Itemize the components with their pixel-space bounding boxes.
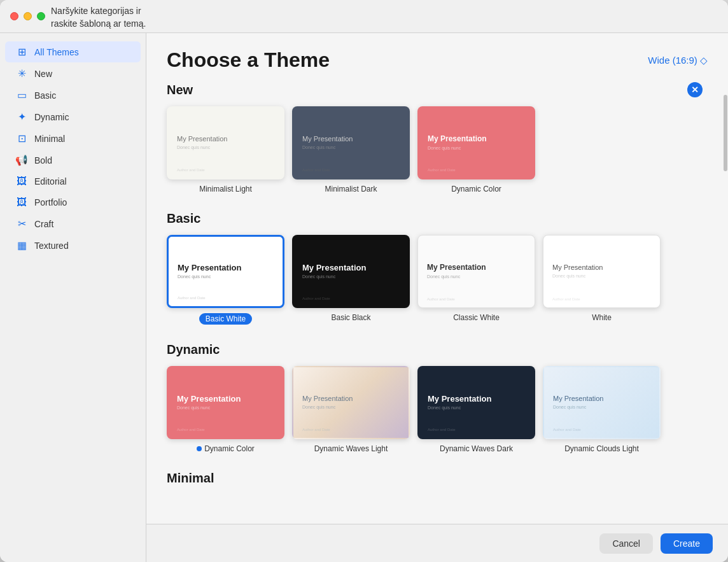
theme-dynamic-waves-dark[interactable]: My Presentation Donec quis nunc Author a… <box>417 366 535 453</box>
thumb-author: Author and Date <box>177 428 205 432</box>
sidebar-item-new[interactable]: ✳ New <box>5 63 141 84</box>
sidebar-item-editorial[interactable]: 🖼 Editorial <box>5 171 141 192</box>
thumb-subtitle: Donec quis nunc <box>177 405 210 410</box>
theme-dynamic-waves-light[interactable]: My Presentation Donec quis nunc Author a… <box>292 366 410 453</box>
theme-thumbnail-waves-dark[interactable]: My Presentation Donec quis nunc Author a… <box>417 366 535 439</box>
aspect-selector[interactable]: Wide (16:9) ◇ <box>648 55 708 66</box>
thumb-title: My Presentation <box>428 134 487 143</box>
sidebar-item-portfolio[interactable]: 🖼 Portfolio <box>5 192 141 213</box>
theme-dynamic-clouds-light[interactable]: My Presentation Donec quis nunc Author a… <box>543 366 661 453</box>
sidebar-label-new: New <box>34 69 52 79</box>
cancel-button[interactable]: Cancel <box>599 533 653 554</box>
theme-label-minimalist-dark: Minimalist Dark <box>325 185 377 193</box>
section-basic: Basic My Presentation Donec quis nunc Au… <box>167 211 703 325</box>
content-header: Choose a Theme Wide (16:9) ◇ <box>146 33 728 82</box>
sidebar-label-editorial: Editorial <box>34 176 67 186</box>
theme-thumbnail-minimalist-dark[interactable]: My Presentation Donec quis nunc Author a… <box>292 106 410 179</box>
dynamic-icon: ✦ <box>15 111 28 123</box>
selected-dot-icon <box>197 446 202 451</box>
footer: Cancel Create <box>146 524 728 562</box>
theme-thumbnail-dynamic-color-new[interactable]: My Presentation Donec quis nunc Author a… <box>417 106 535 179</box>
thumb-title: My Presentation <box>427 263 486 272</box>
scrollbar-thumb[interactable] <box>724 95 727 171</box>
main-content: ⊞ All Themes ✳ New ▭ Basic ✦ Dynamic ⊡ M… <box>0 33 728 562</box>
theme-thumbnail-basic-black[interactable]: My Presentation Donec quis nunc Author a… <box>292 235 410 308</box>
theme-white[interactable]: My Presentation Donec quis nunc Author a… <box>543 235 661 325</box>
theme-thumbnail-white[interactable]: My Presentation Donec quis nunc Author a… <box>543 235 661 308</box>
sidebar-item-all-themes[interactable]: ⊞ All Themes <box>5 41 141 62</box>
main-window: Naršykite kategorijas ir raskite šabloną… <box>0 0 728 562</box>
theme-thumbnail-dynamic-color[interactable]: My Presentation Donec quis nunc Author a… <box>167 366 284 439</box>
sidebar-item-minimal[interactable]: ⊡ Minimal <box>5 128 141 149</box>
theme-label-white: White <box>592 313 612 322</box>
thumb-author: Author and Date <box>302 428 330 432</box>
theme-label-minimalist-light: Minimalist Light <box>199 185 252 193</box>
section-minimal-header: Minimal <box>167 471 703 486</box>
close-new-section-button[interactable]: ✕ <box>687 82 703 97</box>
theme-minimalist-dark[interactable]: My Presentation Donec quis nunc Author a… <box>292 106 410 193</box>
theme-thumbnail-waves-light[interactable]: My Presentation Donec quis nunc Author a… <box>292 366 410 439</box>
thumb-subtitle: Donec quis nunc <box>302 274 335 279</box>
rectangle-icon: ▭ <box>15 89 28 101</box>
sidebar-item-basic[interactable]: ▭ Basic <box>5 85 141 106</box>
section-basic-title: Basic <box>167 211 200 226</box>
create-button[interactable]: Create <box>661 533 713 554</box>
thumb-author: Author and Date <box>178 296 206 300</box>
sidebar-label-bold: Bold <box>34 155 52 165</box>
theme-dynamic-color-new[interactable]: My Presentation Donec quis nunc Author a… <box>417 106 535 193</box>
theme-basic-white[interactable]: My Presentation Donec quis nunc Author a… <box>167 235 284 325</box>
sidebar-label-dynamic: Dynamic <box>34 112 69 122</box>
theme-thumbnail-basic-white[interactable]: My Presentation Donec quis nunc Author a… <box>167 235 284 308</box>
theme-dynamic-color[interactable]: My Presentation Donec quis nunc Author a… <box>167 366 284 453</box>
sidebar: ⊞ All Themes ✳ New ▭ Basic ✦ Dynamic ⊡ M… <box>0 33 146 562</box>
themes-scroll[interactable]: New ✕ My Presentation Donec quis nunc <box>146 82 723 524</box>
maximize-button[interactable] <box>37 12 45 20</box>
theme-basic-black[interactable]: My Presentation Donec quis nunc Author a… <box>292 235 410 325</box>
theme-label-waves-dark: Dynamic Waves Dark <box>440 444 513 453</box>
thumb-subtitle: Donec quis nunc <box>553 405 586 409</box>
thumb-subtitle: Donec quis nunc <box>428 146 461 150</box>
theme-thumbnail-classic-white[interactable]: My Presentation Donec quis nunc Author a… <box>417 235 535 308</box>
thumb-author: Author and Date <box>552 297 580 301</box>
section-new-title: New <box>167 83 193 97</box>
thumb-title: My Presentation <box>552 263 603 272</box>
thumb-title: My Presentation <box>302 135 353 143</box>
content-area: Choose a Theme Wide (16:9) ◇ New ✕ <box>146 33 728 562</box>
sidebar-label-textured: Textured <box>34 241 69 251</box>
thumb-author: Author and Date <box>428 428 456 432</box>
theme-label-classic-white: Classic White <box>453 313 500 322</box>
thumb-title: My Presentation <box>178 263 241 273</box>
sidebar-label-basic: Basic <box>34 90 56 101</box>
sidebar-item-dynamic[interactable]: ✦ Dynamic <box>5 106 141 127</box>
theme-minimalist-light[interactable]: My Presentation Donec quis nunc Author a… <box>167 106 284 193</box>
theme-label-waves-light: Dynamic Waves Light <box>314 444 388 453</box>
close-button[interactable] <box>10 12 18 20</box>
thumb-subtitle: Donec quis nunc <box>302 145 335 150</box>
bold-icon: 📢 <box>15 154 28 166</box>
theme-thumbnail-clouds-light[interactable]: My Presentation Donec quis nunc Author a… <box>543 366 661 439</box>
sidebar-item-textured[interactable]: ▦ Textured <box>5 235 141 256</box>
theme-thumbnail-minimalist-light[interactable]: My Presentation Donec quis nunc Author a… <box>167 106 284 179</box>
section-minimal: Minimal <box>167 471 703 486</box>
vertical-scrollbar[interactable] <box>723 82 728 524</box>
craft-icon: ✂ <box>15 218 28 230</box>
grid-icon: ⊞ <box>15 46 28 58</box>
minimize-button[interactable] <box>24 12 32 20</box>
dynamic-themes-grid: My Presentation Donec quis nunc Author a… <box>167 366 703 453</box>
thumb-title: My Presentation <box>302 263 366 273</box>
theme-label-basic-white: Basic White <box>199 313 252 325</box>
sidebar-item-bold[interactable]: 📢 Bold <box>5 150 141 171</box>
sidebar-item-craft[interactable]: ✂ Craft <box>5 213 141 234</box>
theme-classic-white[interactable]: My Presentation Donec quis nunc Author a… <box>417 235 535 325</box>
thumb-author: Author and Date <box>428 168 456 172</box>
titlebar <box>0 0 728 33</box>
theme-label-dynamic-color-new: Dynamic Color <box>451 185 501 193</box>
theme-label-clouds-light: Dynamic Clouds Light <box>564 444 639 453</box>
page-title: Choose a Theme <box>167 48 330 72</box>
thumb-title: My Presentation <box>428 394 491 404</box>
thumb-subtitle: Donec quis nunc <box>552 274 585 278</box>
sidebar-label-portfolio: Portfolio <box>34 197 67 207</box>
thumb-subtitle: Donec quis nunc <box>177 145 210 150</box>
thumb-author: Author and Date <box>302 168 330 172</box>
thumb-author: Author and Date <box>553 428 581 432</box>
